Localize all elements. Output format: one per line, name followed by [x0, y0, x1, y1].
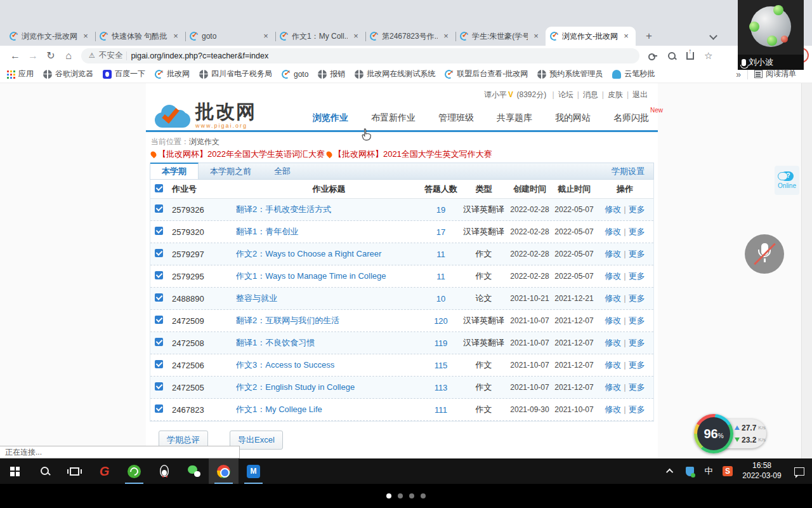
- nav-item[interactable]: 我的网站: [555, 112, 591, 124]
- close-icon[interactable]: ×: [531, 31, 541, 41]
- taskbar-app-360[interactable]: [119, 458, 149, 484]
- edit-link[interactable]: 修改: [605, 249, 621, 258]
- row-checkbox[interactable]: [155, 316, 163, 324]
- edit-link[interactable]: 修改: [605, 293, 621, 303]
- notice-link[interactable]: 【批改网杯】2021全国大学生英文写作大赛: [334, 149, 492, 160]
- row-checkbox[interactable]: [155, 204, 163, 213]
- reload-icon[interactable]: ↻: [42, 50, 60, 62]
- more-link[interactable]: 更多: [629, 227, 645, 236]
- tray-security-app[interactable]: [680, 458, 699, 484]
- taskbar-app-wechat[interactable]: [179, 458, 209, 484]
- edit-link[interactable]: 修改: [605, 271, 621, 281]
- forward-icon[interactable]: →: [24, 50, 42, 62]
- security-label[interactable]: 不安全: [99, 50, 123, 61]
- edit-link[interactable]: 修改: [605, 316, 621, 325]
- taskbar-clock[interactable]: 16:58 2022-03-09: [737, 461, 787, 481]
- share-icon[interactable]: [686, 52, 694, 60]
- performance-gauge[interactable]: 96 % 27.7 K/s 23.2 K/s: [694, 413, 768, 455]
- nav-item[interactable]: 共享题库: [497, 112, 532, 124]
- edit-link[interactable]: 修改: [605, 382, 621, 392]
- respondent-count-link[interactable]: 115: [422, 361, 460, 370]
- taskbar-search-button[interactable]: [30, 458, 60, 484]
- carousel-dot[interactable]: [398, 493, 403, 498]
- browser-tab[interactable]: 学生:朱世豪(学号... ×: [455, 27, 546, 46]
- edit-link[interactable]: 修改: [605, 204, 621, 214]
- bookmark-item[interactable]: 报销: [318, 69, 345, 79]
- close-icon[interactable]: ×: [351, 31, 361, 41]
- browser-tab[interactable]: goto ×: [185, 27, 275, 46]
- row-checkbox[interactable]: [155, 338, 163, 346]
- back-icon[interactable]: ←: [6, 50, 24, 62]
- edit-link[interactable]: 修改: [605, 338, 621, 347]
- taskbar-app-g[interactable]: G: [89, 458, 119, 484]
- task-view-button[interactable]: [60, 458, 89, 484]
- respondent-count-link[interactable]: 17: [422, 227, 460, 237]
- browser-tab[interactable]: 第2467823号作... ×: [365, 27, 455, 46]
- taskbar-app-qq[interactable]: [149, 458, 179, 484]
- password-key-icon[interactable]: [648, 51, 657, 60]
- nav-item[interactable]: 浏览作业: [313, 112, 348, 124]
- respondent-count-link[interactable]: 119: [422, 338, 460, 348]
- bookmark-item[interactable]: 云笔秒批: [612, 69, 655, 79]
- row-checkbox[interactable]: [155, 293, 163, 302]
- more-link[interactable]: 更多: [629, 204, 645, 214]
- more-link[interactable]: 更多: [629, 382, 645, 392]
- close-icon[interactable]: ×: [171, 31, 181, 41]
- online-service-widget[interactable]: Online: [775, 166, 799, 195]
- more-link[interactable]: 更多: [629, 338, 645, 347]
- semester-tab[interactable]: 本学期之前: [199, 163, 263, 179]
- browser-tab[interactable]: 快速体验 句酷批... ×: [95, 27, 185, 46]
- bookmark-item[interactable]: 预约系统管理员: [537, 69, 603, 79]
- carousel-dot[interactable]: [409, 493, 414, 498]
- more-link[interactable]: 更多: [629, 316, 645, 325]
- user-bar-link[interactable]: 皮肤: [608, 90, 623, 99]
- bookmark-item[interactable]: 四川省电子税务局: [199, 69, 272, 79]
- edit-link[interactable]: 修改: [605, 227, 621, 236]
- address-bar[interactable]: ⚠ 不安全 pigai.org/index.php?c=teacher&f=in…: [81, 48, 639, 64]
- semester-tab[interactable]: 全部: [263, 163, 302, 179]
- respondent-count-link[interactable]: 111: [422, 405, 460, 415]
- assignment-title-link[interactable]: 翻译1：青年创业: [236, 226, 422, 237]
- new-tab-button[interactable]: +: [641, 28, 657, 44]
- taskbar-app-chrome[interactable]: [209, 458, 239, 484]
- assignment-title-link[interactable]: 作文2：English Study in College: [236, 382, 422, 393]
- bookmark-item[interactable]: 联盟后台查看-批改网: [445, 69, 528, 79]
- pigai-logo[interactable]: 批改网 www.pigai.org: [155, 102, 256, 130]
- close-icon[interactable]: ×: [621, 31, 631, 41]
- assignment-title-link[interactable]: 作文1：Ways to Manage Time in College: [236, 271, 422, 282]
- close-icon[interactable]: ×: [441, 31, 451, 41]
- browser-tab[interactable]: 浏览作文-批改网 ×: [5, 27, 95, 46]
- user-bar-link[interactable]: 退出: [632, 90, 648, 99]
- more-link[interactable]: 更多: [629, 404, 645, 414]
- mic-muted-button[interactable]: [745, 234, 784, 274]
- row-checkbox[interactable]: [155, 360, 163, 368]
- user-name[interactable]: 谭小平: [484, 90, 507, 99]
- start-button[interactable]: [0, 458, 30, 484]
- nav-item[interactable]: 名师闪批 New: [613, 112, 649, 124]
- edit-link[interactable]: 修改: [605, 360, 621, 370]
- carousel-dot[interactable]: [386, 493, 391, 498]
- edit-link[interactable]: 修改: [605, 404, 621, 414]
- bookmark-star-icon[interactable]: ☆: [704, 51, 712, 60]
- bookmark-item[interactable]: 批改网: [155, 69, 190, 79]
- assignment-title-link[interactable]: 翻译1：不良饮食习惯: [236, 337, 422, 349]
- scrollbar[interactable]: [801, 83, 812, 458]
- tray-sogou[interactable]: S: [718, 458, 737, 484]
- respondent-count-link[interactable]: 11: [422, 250, 460, 259]
- semester-tab[interactable]: 本学期: [150, 163, 199, 179]
- tray-expand-button[interactable]: [661, 458, 680, 484]
- close-icon[interactable]: ×: [261, 31, 271, 41]
- reading-list-button[interactable]: 阅读清单: [754, 69, 796, 79]
- row-checkbox[interactable]: [155, 249, 163, 257]
- respondent-count-link[interactable]: 19: [422, 205, 460, 215]
- home-icon[interactable]: ⌂: [60, 50, 77, 62]
- bookmark-item[interactable]: 谷歌浏览器: [43, 69, 93, 79]
- row-checkbox[interactable]: [155, 271, 163, 279]
- assignment-title-link[interactable]: 翻译2：互联网与我们的生活: [236, 315, 422, 326]
- assignment-title-link[interactable]: 作文1：My College Life: [236, 404, 422, 415]
- assignment-title-link[interactable]: 翻译2：手机改变生活方式: [236, 204, 422, 215]
- assignment-title-link[interactable]: 整容与就业: [236, 293, 422, 304]
- semester-settings-link[interactable]: 学期设置: [612, 163, 653, 179]
- notice-link[interactable]: 【批改网杯】2022年全国大学生英语词汇大赛: [158, 149, 325, 160]
- url-text[interactable]: pigai.org/index.php?c=teacher&f=index: [131, 51, 268, 60]
